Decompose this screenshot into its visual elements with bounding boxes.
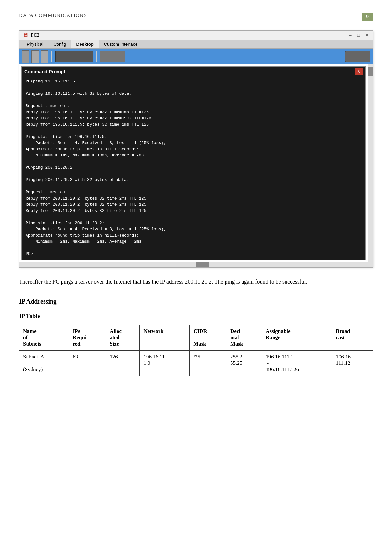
cell-decimal: 255.255.25 xyxy=(226,351,262,376)
col-header-broadcast: Broad cast xyxy=(332,325,373,351)
col-broadcast-line2: cast xyxy=(336,334,345,340)
maximize-button[interactable]: □ xyxy=(356,33,361,38)
col-header-ips: IPs Requi red xyxy=(69,325,106,351)
col-cidr-line2: Mask xyxy=(193,341,206,347)
cell-name: Subnet A(Sydney) xyxy=(19,351,69,376)
col-network-label: Network xyxy=(143,328,163,334)
toolbar-icon-3 xyxy=(41,50,48,63)
page-number: 9 xyxy=(362,13,373,21)
col-header-name: Name of Subnets xyxy=(19,325,69,351)
section-heading-ip: IP Addressing xyxy=(19,298,373,305)
col-name-line3: Subnets xyxy=(23,341,41,347)
cell-broadcast: 196.16.111.12 xyxy=(332,351,373,376)
toolbar-icon-2 xyxy=(31,50,39,63)
sim-scroll-area: Command Prompt X PC>ping 196.16.111.5 Pi… xyxy=(19,64,373,262)
cmd-close-button[interactable]: X xyxy=(355,68,363,75)
toolbar-icon-1 xyxy=(22,50,29,63)
col-name-line1: Name xyxy=(23,328,36,334)
col-ips-line3: red xyxy=(73,341,80,347)
page-header: DATA COMMUNICATIONS 9 xyxy=(19,13,373,21)
col-cidr-line1: CIDR xyxy=(193,328,207,334)
col-assignable-line2: Range xyxy=(266,334,280,340)
sim-window-title: PC2 xyxy=(31,33,39,38)
col-header-alloc: Alloc ated Size xyxy=(106,325,140,351)
body-paragraph-1: Thereafter the PC pings a server over th… xyxy=(19,277,373,287)
cmd-body[interactable]: PC>ping 196.16.111.5 Pinging 196.16.111.… xyxy=(22,76,365,260)
col-name-line2: of xyxy=(23,334,27,340)
tab-custom-interface[interactable]: Custom Interface xyxy=(99,40,143,48)
cmd-title-bar: Command Prompt X xyxy=(22,67,365,76)
sim-hscrollbar-thumb[interactable] xyxy=(196,262,209,267)
table-row: Subnet A(Sydney) 63 126 196.16.111.0 /25… xyxy=(19,351,373,376)
ip-table: Name of Subnets IPs Requi red Alloc ated… xyxy=(19,325,373,376)
sim-scrollbar-thumb[interactable] xyxy=(368,67,373,76)
tab-config[interactable]: Config xyxy=(48,40,71,48)
cell-alloc: 126 xyxy=(106,351,140,376)
sim-title-bar: 🖥 PC2 – □ × xyxy=(19,31,373,40)
col-assignable-line1: Assignable xyxy=(266,328,290,334)
toolbar-wide-icon xyxy=(55,51,93,62)
sim-scrollbar-horizontal[interactable] xyxy=(19,262,373,267)
col-alloc-line1: Alloc xyxy=(110,328,122,334)
simulator-window: 🖥 PC2 – □ × Physical Config Desktop Cust… xyxy=(19,30,373,268)
col-decimal-line2: mal xyxy=(230,334,239,340)
close-window-button[interactable]: × xyxy=(365,33,370,38)
toolbar-separator-2 xyxy=(96,51,97,62)
cmd-title: Command Prompt xyxy=(24,69,65,74)
cell-assignable: 196.16.111.1 -196.16.111.126 xyxy=(262,351,332,376)
col-decimal-line1: Deci xyxy=(230,328,240,334)
cell-ips: 63 xyxy=(69,351,106,376)
cell-cidr: /25 xyxy=(190,351,226,376)
sim-scrollbar-vertical[interactable] xyxy=(368,64,373,262)
sim-toolbar xyxy=(19,49,373,64)
page-title: DATA COMMUNICATIONS xyxy=(19,13,87,18)
cmd-output: PC>ping 196.16.111.5 Pinging 196.16.111.… xyxy=(26,78,361,257)
sim-tabs: Physical Config Desktop Custom Interface xyxy=(19,40,373,49)
sim-title-left: 🖥 PC2 xyxy=(22,32,39,39)
toolbar-right-icon xyxy=(345,51,370,62)
col-alloc-line3: Size xyxy=(110,341,119,347)
col-decimal-line3: Mask xyxy=(230,341,243,347)
col-alloc-line2: ated xyxy=(110,334,119,340)
subsection-heading-ip-table: IP Table xyxy=(19,313,373,320)
sim-title-controls[interactable]: – □ × xyxy=(348,33,370,38)
toolbar-separator-1 xyxy=(51,51,52,62)
minimize-button[interactable]: – xyxy=(348,33,353,38)
command-prompt-window: Command Prompt X PC>ping 196.16.111.5 Pi… xyxy=(21,66,366,260)
col-ips-line1: IPs xyxy=(73,328,80,334)
col-broadcast-line1: Broad xyxy=(336,328,350,334)
col-header-decimal: Deci mal Mask xyxy=(226,325,262,351)
col-header-cidr: CIDR Mask xyxy=(190,325,226,351)
col-header-network: Network xyxy=(140,325,190,351)
sim-content-area: Command Prompt X PC>ping 196.16.111.5 Pi… xyxy=(19,64,368,262)
pc-icon: 🖥 xyxy=(22,32,28,39)
toolbar-narrow-icon xyxy=(100,51,125,62)
col-header-assignable: Assignable Range xyxy=(262,325,332,351)
cell-network: 196.16.111.0 xyxy=(140,351,190,376)
col-ips-line2: Requi xyxy=(73,334,86,340)
tab-physical[interactable]: Physical xyxy=(22,40,48,48)
tab-desktop[interactable]: Desktop xyxy=(71,40,99,48)
toolbar-separator-3 xyxy=(129,51,129,62)
